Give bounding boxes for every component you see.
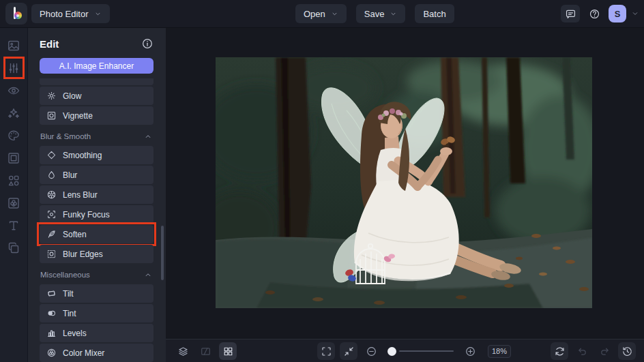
bottom-toolbar: 18%: [166, 339, 644, 362]
frame-icon: [7, 151, 20, 165]
tool-item-soften[interactable]: Soften: [40, 225, 153, 243]
help-icon: [589, 8, 600, 20]
tool-list: GlowVignetteBlur & SmoothSmoothingBlurLe…: [40, 87, 153, 362]
rail-item-layers[interactable]: [3, 237, 25, 259]
layers-panel-button[interactable]: [174, 342, 192, 360]
tilt-icon: [46, 288, 57, 299]
ai-image-enhancer-button[interactable]: A.I. Image Enhancer: [40, 58, 153, 74]
overlay-icon: [7, 196, 20, 210]
chevron-up-icon: [143, 270, 153, 280]
topbar: Photo Editor Open Save Batch S: [0, 0, 644, 28]
tool-item-smoothing[interactable]: Smoothing: [40, 146, 153, 164]
soften-icon: [46, 229, 57, 239]
text-icon: [7, 219, 20, 232]
grid-view-button[interactable]: [219, 342, 237, 360]
grid-icon: [222, 346, 234, 357]
redo-button[interactable]: [596, 342, 613, 360]
rail-item-touch-up[interactable]: [3, 79, 25, 102]
tool-item-blur[interactable]: Blur: [40, 166, 153, 184]
fit-screen-icon: [343, 346, 355, 357]
logo-color-wheel: [14, 12, 22, 19]
section-header-miscellaneous[interactable]: Miscellaneous: [40, 270, 153, 280]
history-button[interactable]: [618, 342, 636, 360]
rail-item-graphics[interactable]: [3, 169, 25, 192]
chevron-down-icon: [390, 10, 397, 18]
photo-icon: [7, 39, 20, 52]
photo-image[interactable]: [216, 57, 592, 308]
zoom-level-value[interactable]: 18%: [488, 345, 511, 358]
rail-item-effects[interactable]: [3, 102, 25, 124]
save-button[interactable]: Save: [356, 4, 406, 23]
section-header-label: Blur & Smooth: [40, 132, 91, 140]
vignette-icon: [46, 110, 57, 121]
zoom-slider[interactable]: [387, 347, 454, 356]
info-icon[interactable]: [141, 37, 153, 50]
palette-icon: [7, 129, 20, 142]
batch-button[interactable]: Batch: [415, 4, 454, 23]
tool-item-blur-edges[interactable]: Blur Edges: [40, 245, 153, 263]
rail-item-edit[interactable]: [3, 57, 25, 79]
panel-scrollbar[interactable]: [161, 226, 164, 280]
lens-blur-icon: [46, 190, 57, 200]
tool-item-lens-blur[interactable]: Lens Blur: [40, 185, 153, 204]
tool-item-label: Tilt: [63, 289, 74, 299]
feedback-button[interactable]: [561, 5, 580, 22]
undo-icon: [576, 346, 588, 357]
app-menu-button[interactable]: Photo Editor: [31, 4, 110, 23]
rail-item-frames[interactable]: [3, 147, 25, 169]
tool-item-glow[interactable]: Glow: [40, 87, 153, 105]
glow-icon: [46, 91, 57, 101]
rail-item-text[interactable]: [3, 214, 25, 237]
sparkles-icon: [7, 106, 20, 120]
partially-scrolled-item[interactable]: [40, 78, 153, 85]
tint-icon: [46, 308, 57, 318]
compare-button[interactable]: [196, 342, 214, 360]
reset-icon: [554, 346, 566, 357]
edit-panel: Edit A.I. Image Enhancer GlowVignetteBlu…: [28, 28, 166, 362]
zoom-in-icon: [465, 346, 476, 357]
sliders-icon: [7, 61, 20, 75]
zoom-slider-handle[interactable]: [387, 347, 396, 356]
fullscreen-button[interactable]: [317, 342, 335, 360]
levels-icon: [46, 328, 57, 338]
fairy-photo-illustration: [216, 57, 592, 308]
zoom-out-button[interactable]: [362, 342, 380, 360]
left-toolbar: [0, 28, 28, 362]
section-header-blur-smooth[interactable]: Blur & Smooth: [40, 132, 153, 141]
chevron-down-icon[interactable]: [631, 10, 639, 18]
blur-icon: [46, 170, 57, 180]
tool-item-vignette[interactable]: Vignette: [40, 106, 153, 125]
tool-item-levels[interactable]: Levels: [40, 324, 153, 342]
canvas: [166, 28, 644, 339]
tool-item-tilt[interactable]: Tilt: [40, 284, 153, 303]
tool-item-funky-focus[interactable]: Funky Focus: [40, 205, 153, 224]
section-header-label: Miscellaneous: [40, 271, 90, 279]
tool-item-tint[interactable]: Tint: [40, 304, 153, 322]
avatar[interactable]: S: [609, 5, 626, 22]
reset-button[interactable]: [551, 342, 568, 360]
open-button[interactable]: Open: [295, 4, 347, 23]
tool-item-label: Color Mixer: [63, 348, 104, 358]
tool-item-label: Blur Edges: [63, 250, 103, 259]
tool-item-label: Tint: [63, 309, 76, 318]
chevron-down-icon: [94, 10, 102, 18]
rail-item-image-manager[interactable]: [3, 34, 25, 57]
tool-item-label: Levels: [63, 329, 87, 338]
rail-item-artsy[interactable]: [3, 124, 25, 147]
smoothing-icon: [46, 150, 57, 160]
fullscreen-icon: [321, 346, 332, 357]
tool-item-label: Soften: [63, 230, 87, 239]
fit-to-screen-button[interactable]: [340, 342, 357, 360]
layers-icon: [7, 241, 20, 255]
funky-focus-icon: [46, 209, 57, 220]
tool-item-color-mixer[interactable]: Color Mixer: [40, 344, 153, 362]
shapes-icon: [7, 174, 20, 187]
rail-item-overlays[interactable]: [3, 192, 25, 214]
compare-icon: [200, 346, 211, 357]
app-logo[interactable]: [5, 3, 27, 25]
zoom-slider-track[interactable]: [399, 350, 454, 352]
zoom-in-button[interactable]: [461, 342, 479, 360]
help-button[interactable]: [585, 5, 604, 22]
tool-item-label: Blur: [63, 170, 77, 180]
undo-button[interactable]: [573, 342, 591, 360]
